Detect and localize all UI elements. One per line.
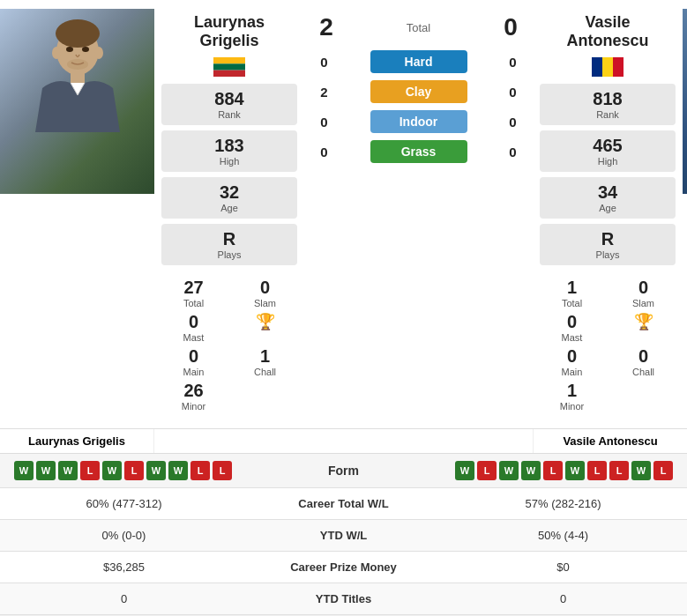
right-mast-value: 0 xyxy=(567,312,577,332)
form-label: Form xyxy=(309,464,379,478)
left-stats-grid: 27 Total 0 Slam 0 Mast 🏆 0 Main xyxy=(154,274,304,415)
svg-rect-11 xyxy=(592,57,602,77)
svg-rect-12 xyxy=(602,57,613,77)
right-plays-box: R Plays xyxy=(540,224,676,265)
grass-score-left: 0 xyxy=(313,145,335,160)
hard-button[interactable]: Hard xyxy=(370,50,467,73)
right-name-bottom: Vasile Antonescu xyxy=(533,429,687,453)
left-mast-stat: 0 Mast xyxy=(161,312,226,343)
right-rank-box: 818 Rank xyxy=(540,84,676,125)
clay-button[interactable]: Clay xyxy=(370,80,467,103)
form-badge-w: W xyxy=(168,461,188,480)
left-player-silhouette xyxy=(25,18,131,185)
left-minor-stat: 26 Minor xyxy=(161,381,226,412)
bottom-section: WWWLWLWWLL Form WLWWLWLLWL 60% (477-312)… xyxy=(0,453,687,615)
right-mast-stat: 0 Mast xyxy=(540,312,604,343)
left-slam-stat: 0 Slam xyxy=(233,278,297,308)
right-career-wl: 57% (282-216) xyxy=(453,497,673,510)
ytd-titles-row: 0 YTD Titles 0 xyxy=(0,583,687,615)
form-badge-l: L xyxy=(543,461,563,480)
indoor-score-left: 0 xyxy=(313,115,335,130)
form-badge-l: L xyxy=(477,461,497,480)
surface-row-hard: 0 Hard 0 xyxy=(313,50,524,73)
form-badge-l: L xyxy=(190,461,210,480)
score-right: 0 xyxy=(497,13,524,41)
form-badge-w: W xyxy=(455,461,474,480)
left-trophy: 🏆 xyxy=(233,312,297,343)
surface-row-clay: 2 Clay 0 xyxy=(313,80,524,103)
total-label: Total xyxy=(407,21,430,34)
right-prize: $0 xyxy=(453,560,673,574)
form-row: WWWLWLWWLL Form WLWWLWLLWL xyxy=(0,454,687,488)
hard-score-left: 0 xyxy=(313,55,335,70)
left-career-wl: 60% (477-312) xyxy=(14,497,234,510)
right-main-stat: 0 Main xyxy=(540,346,604,377)
svg-rect-13 xyxy=(613,57,624,77)
form-badge-w: W xyxy=(146,461,166,480)
left-plays-value: R xyxy=(165,229,294,249)
left-player-name: Laurynas Grigelis xyxy=(194,13,265,50)
hard-score-right: 0 xyxy=(502,55,524,70)
left-main-value: 0 xyxy=(189,346,198,367)
svg-rect-10 xyxy=(213,71,245,77)
svg-point-5 xyxy=(67,59,88,70)
svg-point-7 xyxy=(94,47,103,59)
form-badge-l: L xyxy=(587,461,607,480)
svg-point-4 xyxy=(82,47,89,52)
form-badge-w: W xyxy=(631,461,651,480)
right-chall-stat: 0 Chall xyxy=(611,346,676,377)
form-badge-l: L xyxy=(213,461,232,480)
center-spacer xyxy=(154,429,533,453)
left-player-info: Laurynas Grigelis 884 Rank 183 High xyxy=(154,9,304,419)
right-trophy: 🏆 xyxy=(611,312,676,343)
left-name-bottom: Laurynas Grigelis xyxy=(0,429,154,453)
right-player-name: Vasile Antonescu xyxy=(566,13,648,50)
left-chall-value: 1 xyxy=(260,346,270,367)
right-minor-value: 1 xyxy=(567,381,577,401)
clay-score-right: 0 xyxy=(502,85,524,100)
right-total-value: 1 xyxy=(567,278,577,298)
right-minor-label: Minor xyxy=(560,401,585,412)
svg-rect-9 xyxy=(213,63,245,70)
grass-score-right: 0 xyxy=(502,145,524,160)
right-ytd-wl: 50% (4-4) xyxy=(453,529,673,542)
left-slam-value: 0 xyxy=(260,278,270,298)
right-total-label: Total xyxy=(562,298,582,308)
right-age-label: Age xyxy=(543,203,672,213)
left-total-value: 27 xyxy=(183,278,203,298)
lt-flag-svg xyxy=(213,57,245,77)
indoor-button[interactable]: Indoor xyxy=(370,110,467,133)
career-wl-label: Career Total W/L xyxy=(234,497,453,510)
form-badge-w: W xyxy=(14,461,34,480)
right-age-box: 34 Age xyxy=(540,177,676,219)
left-player-photo xyxy=(0,9,154,194)
left-player-flag xyxy=(213,57,245,80)
svg-rect-2 xyxy=(71,71,85,83)
left-main-label: Main xyxy=(183,367,205,377)
top-section: Laurynas Grigelis 884 Rank 183 High xyxy=(0,0,687,428)
left-rank-label: Rank xyxy=(165,109,294,120)
form-badge-w: W xyxy=(565,461,585,480)
right-plays-value: R xyxy=(543,229,672,249)
right-player-info: Vasile Antonescu 818 Rank 465 High xyxy=(533,9,683,419)
right-ytd-titles: 0 xyxy=(453,592,673,605)
form-badge-l: L xyxy=(124,461,144,480)
svg-point-1 xyxy=(56,19,100,48)
left-age-value: 32 xyxy=(165,182,294,203)
form-badge-w: W xyxy=(102,461,122,480)
right-rank-label: Rank xyxy=(543,109,672,120)
left-rank-value: 884 xyxy=(165,89,294,109)
form-badge-l: L xyxy=(609,461,629,480)
grass-button[interactable]: Grass xyxy=(370,140,467,163)
left-minor-label: Minor xyxy=(182,401,206,412)
left-minor-value: 26 xyxy=(183,381,203,401)
left-form-badges: WWWLWLWWLL xyxy=(14,461,232,480)
form-badge-w: W xyxy=(58,461,78,480)
left-ytd-wl: 0% (0-0) xyxy=(14,529,234,542)
right-slam-label: Slam xyxy=(632,298,654,308)
left-chall-label: Chall xyxy=(254,367,276,377)
svg-point-6 xyxy=(52,47,61,59)
right-age-value: 34 xyxy=(543,182,672,203)
right-main-value: 0 xyxy=(567,346,577,367)
form-badge-l: L xyxy=(80,461,100,480)
